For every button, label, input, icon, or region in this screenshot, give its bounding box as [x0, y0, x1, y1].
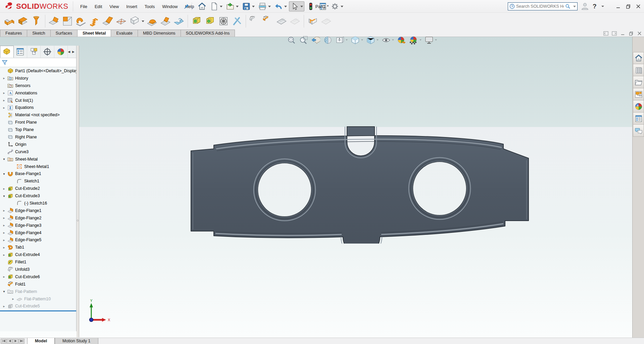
- expand-open-icon[interactable]: ▾: [1, 290, 7, 293]
- search-dropdown-icon[interactable]: [573, 6, 576, 7]
- cross-break-button[interactable]: [114, 14, 128, 29]
- expand-closed-icon[interactable]: ▸: [1, 209, 7, 212]
- menu-view[interactable]: View: [106, 2, 122, 11]
- options-button[interactable]: [329, 1, 345, 11]
- corner-relief-button[interactable]: [159, 14, 172, 29]
- tree-item-cut-extrude3[interactable]: ▾Cut-Extrude3: [0, 192, 76, 200]
- expand-closed-icon[interactable]: ▸: [1, 231, 7, 234]
- tree-item-equations[interactable]: ▸ΣEquations: [0, 104, 76, 111]
- swept-flange-button[interactable]: [30, 14, 43, 29]
- expand-closed-icon[interactable]: ▸: [1, 76, 7, 80]
- tree-item-top-plane[interactable]: Top Plane: [0, 126, 76, 133]
- sketched-bend-button[interactable]: [101, 14, 114, 29]
- fm-tab-configurationmanager[interactable]: [27, 46, 41, 58]
- panel-splitter[interactable]: [77, 46, 79, 337]
- go-to-end-button[interactable]: [19, 339, 24, 344]
- corners-button[interactable]: [128, 14, 145, 29]
- open-dropdown-icon[interactable]: [236, 6, 239, 7]
- vent-button[interactable]: [217, 14, 230, 29]
- file-properties-button[interactable]: [317, 1, 329, 11]
- expand-closed-icon[interactable]: ▸: [1, 238, 7, 242]
- simple-hole-button[interactable]: ',: [203, 14, 217, 29]
- apply-scene-dropdown-icon[interactable]: [419, 39, 422, 41]
- fold-button[interactable]: [261, 14, 275, 29]
- tree-item-sensors[interactable]: Sensors: [0, 82, 76, 89]
- lofted-bend-button[interactable]: [16, 14, 30, 29]
- rip-button[interactable]: [306, 14, 319, 29]
- miter-flange-button[interactable]: [61, 14, 74, 29]
- hide-show-items-button[interactable]: [381, 35, 395, 45]
- expand-closed-icon[interactable]: ▸: [10, 297, 16, 301]
- new-document-button[interactable]: [208, 1, 224, 11]
- new-document-dropdown-icon[interactable]: [220, 6, 222, 7]
- view-orientation-dropdown-icon[interactable]: [361, 39, 363, 41]
- corners-dropdown-icon[interactable]: [142, 20, 144, 22]
- restore-button[interactable]: [623, 1, 633, 11]
- tree-item-edge-flange1[interactable]: ▸Edge-Flange1: [0, 207, 76, 214]
- fm-scroll-left-icon[interactable]: ◀: [68, 50, 70, 53]
- expand-open-icon[interactable]: ▾: [1, 194, 7, 198]
- taskpane-design-library-button[interactable]: [633, 64, 644, 76]
- doc-close-icon[interactable]: [637, 31, 642, 36]
- tree-item-edge-flange4[interactable]: ▸Edge-Flange4: [0, 229, 76, 236]
- taskpane-custom-properties-button[interactable]: [633, 113, 644, 125]
- fm-tab-dimxpertmanager[interactable]: [41, 46, 54, 58]
- apply-scene-button[interactable]: [408, 35, 423, 45]
- tree-item-cut-extrude5[interactable]: ▸Cut-Extrude5: [0, 303, 76, 310]
- tree-item-unfold3[interactable]: Unfold3: [0, 266, 76, 273]
- tab-solidworks-add-ins[interactable]: SOLIDWORKS Add-Ins: [181, 30, 235, 37]
- flatten-button[interactable]: [275, 14, 288, 29]
- tree-item-cut-extrude6[interactable]: ▸Cut-Extrude6: [0, 273, 76, 281]
- fm-tab-propertymanager[interactable]: [14, 46, 27, 58]
- expand-closed-icon[interactable]: ▸: [1, 275, 7, 278]
- tree-item-tab1[interactable]: ▸Tab1: [0, 244, 76, 251]
- tab-and-slot-button[interactable]: [172, 14, 186, 29]
- edit-appearance-button[interactable]: [396, 35, 407, 45]
- edge-flange-button[interactable]: [47, 14, 61, 29]
- expand-closed-icon[interactable]: ▸: [1, 304, 7, 308]
- user-avatar-icon[interactable]: [581, 2, 589, 11]
- tree-item-fillet1[interactable]: Fillet1: [0, 258, 76, 266]
- minimize-button[interactable]: [613, 1, 623, 11]
- tab-surfaces[interactable]: Surfaces: [50, 30, 78, 37]
- tab-motion-study-1[interactable]: Motion Study 1: [55, 338, 98, 344]
- fm-tab-featuremanager-design-tree[interactable]: [0, 46, 14, 58]
- tab-mbd-dimensions[interactable]: MBD Dimensions: [138, 30, 181, 37]
- taskpane-view-palette-button[interactable]: [633, 88, 644, 100]
- feature-tree-filter[interactable]: [0, 58, 76, 67]
- menu-window[interactable]: Window: [158, 2, 181, 11]
- tree-item-material-not-specified[interactable]: Material <not specified>: [0, 111, 76, 119]
- zoom-to-fit-button[interactable]: [286, 35, 297, 45]
- tab-features[interactable]: Features: [0, 30, 27, 37]
- go-to-start-button[interactable]: [1, 339, 6, 344]
- rollback-bar[interactable]: [0, 310, 76, 311]
- section-view-button[interactable]: [322, 35, 333, 45]
- view-orientation-button[interactable]: [350, 35, 364, 45]
- tree-item-part1-default-default-display-stat[interactable]: Part1 (Default<<Default>_Display Stat: [0, 67, 76, 75]
- undo-dropdown-icon[interactable]: [284, 6, 287, 7]
- tree-item-sheet-metal[interactable]: ▾Sheet-Metal: [0, 156, 76, 163]
- step-forward-button[interactable]: [13, 339, 18, 344]
- tree-item-curve3[interactable]: Curve3: [0, 148, 76, 156]
- expand-closed-icon[interactable]: ▸: [1, 187, 7, 190]
- print-dropdown-icon[interactable]: [268, 6, 271, 7]
- tree-item-cut-extrude4[interactable]: ▸Cut-Extrude4: [0, 251, 76, 258]
- unfold-button[interactable]: [248, 14, 261, 29]
- help-menu[interactable]: ?: [593, 3, 597, 10]
- tree-item-edge-flange5[interactable]: ▸Edge-Flange5: [0, 236, 76, 244]
- fm-tab-displaymanager[interactable]: [54, 46, 68, 58]
- graphics-viewport[interactable]: Y X: [0, 37, 632, 338]
- tab-model[interactable]: Model: [27, 338, 55, 344]
- tree-item-sketch1[interactable]: Sketch1: [0, 177, 76, 185]
- taskpane-home-button[interactable]: [633, 52, 644, 64]
- search-icon[interactable]: [565, 4, 571, 9]
- tree-item-flat-pattern10[interactable]: ▸Flat-Pattern10: [0, 295, 76, 303]
- step-back-button[interactable]: [7, 339, 12, 344]
- filter-funnel-icon[interactable]: [2, 59, 8, 66]
- select-dropdown-icon[interactable]: [300, 6, 303, 7]
- tree-item-flat-pattern[interactable]: ▾Flat-Pattern: [0, 288, 76, 295]
- pin-menu-icon[interactable]: [183, 2, 192, 10]
- tab-sheet-metal[interactable]: Sheet Metal: [77, 30, 111, 37]
- menu-file[interactable]: File: [77, 2, 91, 11]
- expand-closed-icon[interactable]: ▸: [1, 98, 7, 102]
